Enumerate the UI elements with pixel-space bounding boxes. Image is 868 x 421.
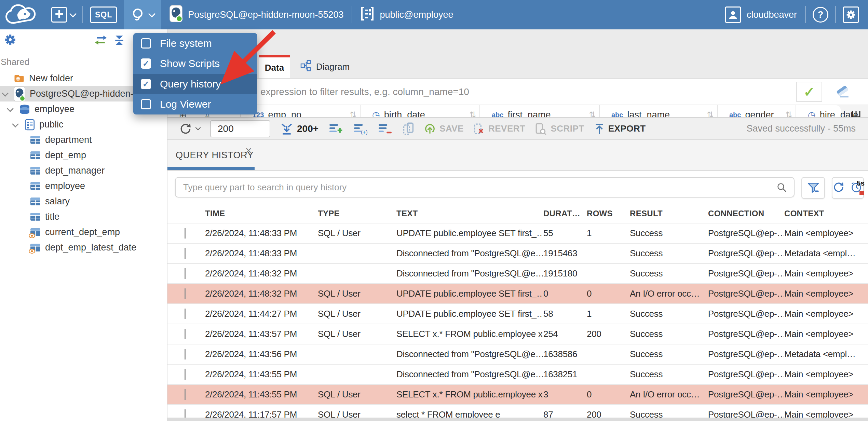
row-expander-chevron-icon[interactable] [185, 268, 186, 279]
auto-refresh-timer-icon[interactable]: 5s [850, 181, 863, 195]
tab-diagram[interactable]: Diagram [290, 55, 360, 78]
menu-item-file-system[interactable]: File system [133, 33, 257, 54]
menu-item-query-history[interactable]: ✓Query history [133, 74, 257, 94]
tab-query-history[interactable]: QUERY HISTORY [167, 140, 255, 170]
qh-column-header-text[interactable]: TEXT [396, 209, 543, 218]
query-history-search-input[interactable] [175, 177, 795, 198]
expander-chevron-icon[interactable] [12, 121, 19, 127]
tree-item-salary[interactable]: salary [0, 194, 167, 209]
expander-chevron-icon[interactable] [7, 105, 14, 112]
qh-column-header-time[interactable]: TIME [205, 209, 318, 218]
collapse-all-icon[interactable] [113, 35, 125, 47]
row-expander-chevron-icon[interactable] [185, 248, 186, 259]
checkbox-unchecked-icon[interactable] [141, 99, 151, 109]
duplicate-row-button[interactable]: (+) [353, 123, 368, 135]
refresh-history-icon[interactable] [832, 181, 845, 195]
grid-column-header-last_name[interactable]: abclast_name⇅ [600, 105, 718, 117]
sort-icon[interactable]: ⇅ [350, 110, 356, 117]
tree-item-dept-manager[interactable]: dept_manager [0, 163, 167, 178]
row-expander-cell[interactable] [185, 349, 205, 359]
qh-column-header-context[interactable]: CONTEXT [784, 209, 868, 218]
row-expander-cell[interactable] [185, 309, 205, 319]
query-history-row[interactable]: 2/26/2024, 11:48:33 PMDisconnected from … [167, 244, 868, 264]
tree-item-department[interactable]: department [0, 132, 167, 148]
user-menu[interactable]: cloudbeaver [717, 6, 805, 23]
sync-selection-icon[interactable] [94, 35, 107, 47]
sql-editor-button[interactable]: SQL [83, 0, 124, 29]
row-expander-chevron-icon[interactable] [185, 309, 186, 319]
apply-changes-button[interactable] [403, 122, 414, 135]
new-connection-button[interactable]: + [44, 0, 82, 29]
query-history-row[interactable]: 2/26/2024, 11:48:32 PMSQL / UserUPDATE p… [167, 284, 868, 304]
qh-column-header-result[interactable]: RESULT [630, 209, 708, 218]
grid-column-header-gender[interactable]: abcgender⇅ [718, 105, 796, 117]
filter-expression-input[interactable] [167, 79, 868, 105]
tree-item-title[interactable]: title [0, 209, 167, 225]
qh-column-header-rows[interactable]: ROWS [587, 209, 630, 218]
row-expander-cell[interactable] [185, 268, 205, 279]
row-expander-chevron-icon[interactable] [185, 389, 186, 400]
delete-row-button[interactable] [378, 123, 392, 135]
expander-chevron-icon[interactable] [2, 90, 9, 97]
row-expander-cell[interactable] [185, 389, 205, 400]
query-history-row[interactable]: 2/26/2024, 11:43:57 PMSQL / UserSELECT x… [167, 324, 868, 344]
schema-selector[interactable]: public@employee [352, 0, 461, 29]
connection-selector[interactable]: PostgreSQL@ep-hidden-moon-55203 [161, 0, 352, 29]
sort-icon[interactable]: ⇅ [707, 110, 714, 117]
row-expander-cell[interactable] [185, 369, 205, 380]
sidebar-settings-gear-icon[interactable] [4, 33, 16, 47]
query-history-row[interactable]: 2/26/2024, 11:48:32 PMDisconnected from … [167, 264, 868, 284]
qh-column-header-connection[interactable]: CONNECTION [708, 209, 784, 218]
help-button[interactable]: ? [806, 0, 835, 29]
filter-history-button[interactable] [801, 177, 825, 199]
horizontal-scrollbar[interactable] [167, 418, 868, 421]
row-expander-chevron-icon[interactable] [185, 329, 186, 339]
query-history-row[interactable]: 2/26/2024, 11:43:55 PMDisconnected from … [167, 365, 868, 385]
query-history-row[interactable]: 2/26/2024, 11:48:33 PMSQL / UserUPDATE p… [167, 223, 868, 244]
tree-item-public[interactable]: public [0, 117, 167, 132]
row-expander-cell[interactable] [185, 248, 205, 259]
tab-data[interactable]: Data [259, 55, 290, 78]
checkbox-checked-icon[interactable]: ✓ [141, 58, 151, 69]
eraser-icon[interactable] [835, 84, 850, 99]
row-expander-chevron-icon[interactable] [185, 349, 186, 359]
query-history-row[interactable]: 2/26/2024, 11:43:56 PMDisconnected from … [167, 344, 868, 365]
qh-column-header-durat[interactable]: DURAT… [543, 209, 587, 218]
export-button[interactable]: EXPORT [595, 123, 646, 134]
checkbox-unchecked-icon[interactable] [141, 38, 151, 49]
refresh-button[interactable] [179, 122, 200, 135]
row-expander-chevron-icon[interactable] [185, 228, 186, 239]
row-limit-input[interactable] [210, 120, 270, 137]
apply-filter-button[interactable]: ✓ [796, 82, 822, 102]
menu-item-log-viewer[interactable]: Log Viewer [133, 94, 257, 115]
tools-menu-button[interactable] [124, 0, 161, 29]
cloudbeaver-logo-icon[interactable] [0, 4, 44, 26]
menu-item-show-scripts[interactable]: ✓Show Scripts [133, 54, 257, 74]
revert-button[interactable]: REVERT [474, 123, 525, 135]
query-history-row[interactable]: 2/26/2024, 11:44:27 PMSQL / UserUPDATE p… [167, 304, 868, 324]
tree-item-dept-emp-latest-date[interactable]: dept_emp_latest_date [0, 240, 167, 255]
settings-button[interactable] [836, 0, 868, 29]
qh-column-header-type[interactable]: TYPE [318, 209, 396, 218]
sort-icon[interactable]: ⇅ [589, 110, 596, 117]
close-icon[interactable]: × [245, 145, 252, 156]
sort-icon[interactable]: ⇅ [785, 110, 792, 117]
checkbox-checked-icon[interactable]: ✓ [141, 79, 151, 89]
add-row-button[interactable] [329, 123, 343, 135]
script-button[interactable]: SCRIPT [535, 123, 584, 135]
row-expander-chevron-icon[interactable] [185, 288, 186, 299]
save-button[interactable]: SAVE [424, 123, 464, 134]
columns-icon[interactable] [852, 110, 860, 117]
sort-icon[interactable]: ⇅ [469, 110, 476, 117]
grid-column-header-birth_date[interactable]: ◷birth_date⇅ [361, 105, 480, 117]
row-expander-chevron-icon[interactable] [185, 369, 186, 380]
row-expander-cell[interactable] [185, 329, 205, 339]
fetch-more-button[interactable]: 200+ [281, 123, 318, 135]
grid-column-header-emp_no[interactable]: 123emp_no⇅ [241, 105, 361, 117]
tree-item-employee[interactable]: employee [0, 178, 167, 194]
tree-item-dept-emp[interactable]: dept_emp [0, 148, 167, 163]
row-expander-cell[interactable] [185, 288, 205, 299]
grid-column-header-first_name[interactable]: abcfirst_name⇅ [480, 105, 600, 117]
tree-item-current-dept-emp[interactable]: current_dept_emp [0, 225, 167, 240]
query-history-row[interactable]: 2/26/2024, 11:43:55 PMSQL / UserSELECT x… [167, 385, 868, 405]
